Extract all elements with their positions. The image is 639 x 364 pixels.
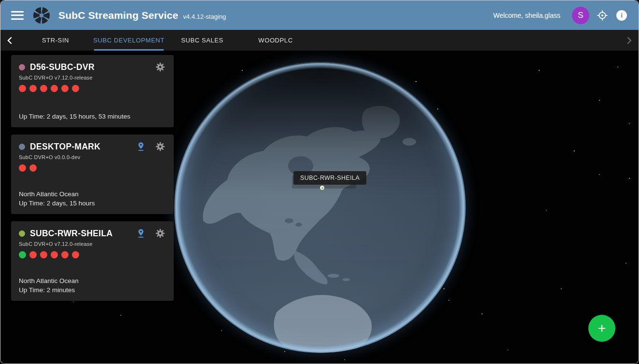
app-title: SubC Streaming Service <box>58 10 178 21</box>
settings-gear-icon[interactable] <box>154 141 166 152</box>
info-icon[interactable]: i <box>615 9 628 22</box>
menu-icon[interactable] <box>11 11 24 20</box>
tab-subc-development[interactable]: SUBC DEVELOPMENT <box>92 30 166 51</box>
my-location-icon[interactable] <box>596 9 609 22</box>
tabs-scroll-right-icon[interactable] <box>620 30 639 51</box>
indicator-dot <box>19 251 26 258</box>
title-wrap: SubC Streaming Service v4.4.12-staging <box>58 10 226 21</box>
map-tooltip: SUBC-RWR-SHEILA <box>293 171 366 185</box>
subc-aperture-logo-icon <box>33 7 50 24</box>
device-card-desktop-mark[interactable]: DESKTOP-MARK <box>11 135 174 214</box>
device-name: SUBC-RWR-SHEILA <box>30 229 130 239</box>
settings-gear-icon[interactable] <box>154 61 166 73</box>
device-version: SubC DVR+O v7.12.0-release <box>19 241 166 247</box>
indicator-dot <box>40 85 47 92</box>
tab-subc-sales[interactable]: SUBC SALES <box>166 30 239 51</box>
earth-globe[interactable] <box>174 62 466 353</box>
indicator-dot <box>61 251 69 258</box>
device-version: SubC DVR+O v0.0.0-dev <box>19 154 166 160</box>
settings-gear-icon[interactable] <box>154 228 166 239</box>
app-header: SubC Streaming Service v4.4.12-staging W… <box>0 0 639 30</box>
indicator-dot <box>72 85 79 92</box>
indicator-dot <box>29 251 37 258</box>
device-card-subc-rwr-sheila[interactable]: SUBC-RWR-SHEILA <box>11 221 174 301</box>
indicator-dot <box>19 164 26 172</box>
status-dot <box>19 144 25 150</box>
tab-str-sin[interactable]: STR-SIN <box>19 30 92 51</box>
indicator-row <box>19 251 166 258</box>
tabs: STR-SIN SUBC DEVELOPMENT SUBC SALES WOOD… <box>19 30 620 51</box>
device-panel: D56-SUBC-DVR <box>11 55 174 301</box>
indicator-dot <box>51 251 58 258</box>
device-name: D56-SUBC-DVR <box>30 62 150 72</box>
device-uptime: Up Time: 2 minutes <box>19 285 166 295</box>
device-version: SubC DVR+O v7.12.0-release <box>19 75 166 81</box>
pin-drop-icon[interactable] <box>135 228 147 239</box>
map-content: DESKTOP-MARK SUBC-RWR-SHEILA D56-SUBC-DV… <box>0 51 639 364</box>
avatar[interactable]: S <box>572 7 589 24</box>
device-location: North Atlantic Ocean <box>19 189 166 199</box>
indicator-row <box>19 85 166 92</box>
indicator-dot <box>72 251 79 258</box>
pin-drop-icon[interactable] <box>135 141 147 152</box>
add-device-button[interactable]: + <box>588 315 615 342</box>
device-name: DESKTOP-MARK <box>30 142 130 152</box>
welcome-text: Welcome, sheila.glass <box>493 12 560 19</box>
tabs-scroll-left-icon[interactable] <box>0 30 19 51</box>
indicator-dot <box>61 85 69 92</box>
device-card-d56-subc-dvr[interactable]: D56-SUBC-DVR <box>11 55 174 127</box>
indicator-dot <box>29 85 37 92</box>
indicator-dot <box>19 85 26 92</box>
status-dot <box>19 64 25 70</box>
indicator-dot <box>29 164 37 172</box>
globe-atmosphere-rim <box>174 62 466 353</box>
device-location: North Atlantic Ocean <box>19 276 166 286</box>
indicator-dot <box>40 251 47 258</box>
app-window: SubC Streaming Service v4.4.12-staging W… <box>0 0 639 364</box>
indicator-row <box>19 164 166 172</box>
device-uptime: Up Time: 2 days, 15 hours <box>19 199 166 208</box>
tab-woodplc[interactable]: WOODPLC <box>239 30 312 51</box>
tab-bar: STR-SIN SUBC DEVELOPMENT SUBC SALES WOOD… <box>0 30 639 51</box>
device-uptime: Up Time: 2 days, 15 hours, 53 minutes <box>19 112 166 121</box>
status-dot <box>19 230 25 237</box>
indicator-dot <box>51 85 58 92</box>
app-version: v4.4.12-staging <box>183 13 226 20</box>
map-marker-dot[interactable] <box>320 186 324 190</box>
